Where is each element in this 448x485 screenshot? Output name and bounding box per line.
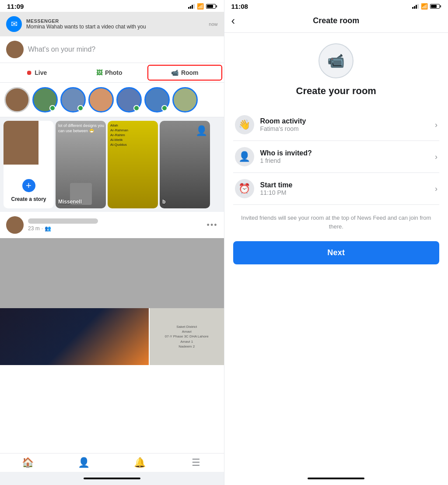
start-time-title: Start time <box>260 181 429 189</box>
story-circle <box>88 87 114 112</box>
right-status-icons: 📶 <box>412 3 441 10</box>
nav-notifications[interactable]: 🔔 <box>112 457 168 468</box>
room-activity-icon: 👋 <box>235 115 254 134</box>
wave-icon: 👋 <box>238 119 250 130</box>
person-icon: 👤 <box>238 151 250 162</box>
wifi-icon: 📶 <box>197 3 204 10</box>
story-circle <box>60 87 86 112</box>
user-avatar <box>6 41 24 58</box>
feed-section: 23 m · 👥 ••• Saket DistrictAmavi07-Y Pha… <box>0 212 224 453</box>
create-room-content: 📹 Create your room 👋 Room activity Fatim… <box>224 33 448 472</box>
room-options-list: 👋 Room activity Fatima's room › 👤 Who is… <box>233 109 440 205</box>
create-story-bg <box>4 121 38 165</box>
left-status-icons: 📶 <box>188 3 217 10</box>
left-status-time: 11:09 <box>7 3 24 10</box>
story-circle <box>4 87 30 112</box>
story-avatar-item[interactable] <box>32 87 58 112</box>
notification-content: MESSENGER Momina Wahab wants to start a … <box>26 18 204 30</box>
create-room-title: Create your room <box>296 85 376 97</box>
create-room-header: ‹ Create room <box>224 12 448 33</box>
story-avatar-item[interactable] <box>4 87 30 112</box>
start-time-icon-wrap: ⏰ <box>235 179 254 198</box>
live-icon: ⏺ <box>26 69 32 76</box>
story-card-label: Missenell <box>58 199 82 205</box>
nav-home[interactable]: 🏠 <box>0 457 56 468</box>
who-invited-text: Who is invited? 1 friend <box>260 149 429 164</box>
room-activity-text: Room activity Fatima's room <box>260 117 429 132</box>
right-home-indicator <box>224 472 448 485</box>
battery-icon <box>206 4 217 9</box>
story-card[interactable]: Allah Ar-Rahman Ar-Rahim Al-Melik Al-Qud… <box>108 121 158 208</box>
back-button[interactable]: ‹ <box>231 14 235 28</box>
signal-icon <box>188 4 195 9</box>
story-circle <box>144 87 170 112</box>
post-image-right: Saket DistrictAmavi07-Y Phase 3C DHA Lah… <box>150 308 224 365</box>
left-status-bar: 11:09 📶 <box>0 0 224 12</box>
story-card[interactable]: 👤 b <box>160 121 210 208</box>
room-button[interactable]: 📹 Room <box>147 65 222 81</box>
story-cards-row: + Create a story lot of different design… <box>0 117 224 212</box>
who-invited-option[interactable]: 👤 Who is invited? 1 friend › <box>233 141 440 173</box>
create-story-label: Create a story <box>11 196 46 202</box>
post-visibility-icon: 👥 <box>45 225 51 232</box>
right-status-time: 11:08 <box>231 3 248 10</box>
room-icon: 📹 <box>171 69 178 76</box>
messenger-icon: ✉ <box>6 16 22 32</box>
post-username-bar <box>28 218 98 224</box>
live-label: Live <box>35 69 47 76</box>
nav-menu[interactable]: ☰ <box>168 457 224 468</box>
photo-button[interactable]: 🖼 Photo <box>73 63 146 82</box>
start-time-chevron: › <box>435 184 438 193</box>
start-time-subtitle: 11:10 PM <box>260 189 429 196</box>
page-title: Create room <box>313 16 359 25</box>
room-activity-title: Room activity <box>260 117 429 125</box>
battery-icon-right <box>430 4 441 9</box>
bottom-nav: 🏠 👤 🔔 ☰ <box>0 453 224 472</box>
room-activity-option[interactable]: 👋 Room activity Fatima's room › <box>233 109 440 141</box>
room-info-text: Invited friends will see your room at th… <box>233 214 440 231</box>
story-avatar-item[interactable] <box>172 87 198 112</box>
story-avatar-item[interactable] <box>144 87 170 112</box>
right-home-bar <box>308 478 364 479</box>
post-privacy-icon: · <box>42 225 43 232</box>
photo-icon: 🖼 <box>96 69 102 76</box>
create-story-card[interactable]: + Create a story <box>4 121 54 208</box>
left-panel: 11:09 📶 ✉ MESSENGER Momina Wahab wants t… <box>0 0 224 485</box>
story-avatar-item[interactable] <box>116 87 142 112</box>
next-button[interactable]: Next <box>233 241 440 264</box>
photo-label: Photo <box>105 69 122 76</box>
who-invited-icon-wrap: 👤 <box>235 147 254 166</box>
bell-icon: 🔔 <box>134 457 146 468</box>
profile-icon: 👤 <box>78 457 90 468</box>
notification-app-name: MESSENGER <box>26 18 204 24</box>
stories-avatars-row <box>0 83 224 117</box>
story-card[interactable]: lot of different designs you can use bet… <box>56 121 106 208</box>
post-more-button[interactable]: ••• <box>207 221 218 230</box>
post-meta: 23 m · 👥 <box>28 225 203 232</box>
nav-profile[interactable]: 👤 <box>56 457 112 468</box>
room-activity-subtitle: Fatima's room <box>260 125 429 132</box>
room-video-icon-circle: 📹 <box>318 43 354 78</box>
post-time: 23 m <box>28 225 40 232</box>
menu-icon: ☰ <box>192 457 200 468</box>
live-button[interactable]: ⏺ Live <box>0 63 73 82</box>
story-card-label: b <box>162 199 165 205</box>
story-avatar-item[interactable] <box>60 87 86 112</box>
who-invited-title: Who is invited? <box>260 149 429 157</box>
mind-placeholder: What's on your mind? <box>28 46 95 53</box>
room-video-icon: 📹 <box>327 53 345 69</box>
signal-icon-right <box>412 4 419 9</box>
who-invited-chevron: › <box>435 152 438 162</box>
mind-bar[interactable]: What's on your mind? <box>0 36 224 63</box>
home-icon: 🏠 <box>22 457 34 468</box>
messenger-notification[interactable]: ✉ MESSENGER Momina Wahab wants to start … <box>0 12 224 36</box>
wifi-icon-right: 📶 <box>421 3 428 10</box>
room-activity-chevron: › <box>435 120 438 130</box>
right-status-bar: 11:08 📶 <box>224 0 448 12</box>
start-time-text: Start time 11:10 PM <box>260 181 429 196</box>
story-avatar-item[interactable] <box>88 87 114 112</box>
post-images-bottom: Saket DistrictAmavi07-Y Phase 3C DHA Lah… <box>0 308 224 365</box>
create-plus-icon: + <box>21 178 37 193</box>
start-time-option[interactable]: ⏰ Start time 11:10 PM › <box>233 173 440 205</box>
story-circle <box>32 87 58 112</box>
